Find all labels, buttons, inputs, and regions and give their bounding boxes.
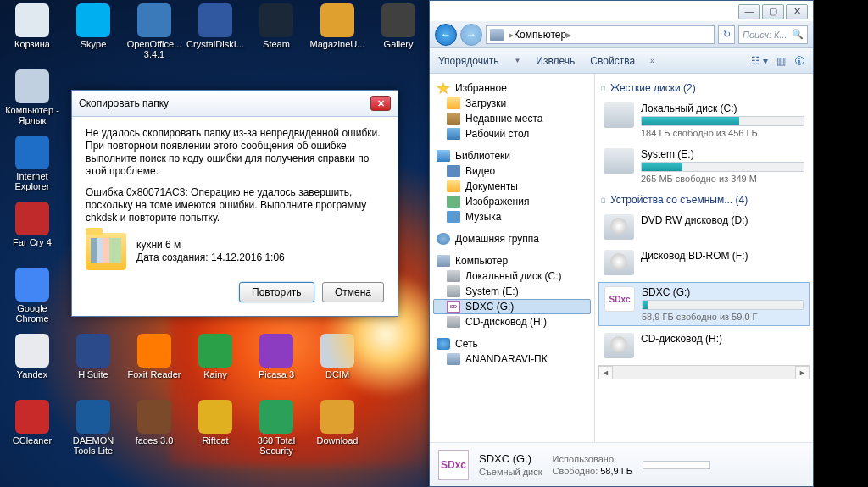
minimize-button[interactable]: —	[738, 4, 760, 19]
drive-e[interactable]: System (E:) 265 МБ свободно из 349 М	[598, 145, 810, 187]
help-icon[interactable]: 🛈	[794, 55, 804, 67]
bd-icon	[604, 250, 634, 275]
copy-folder-dialog: Скопировать папку ✕ Не удалось скопирова…	[71, 90, 398, 317]
close-icon[interactable]: ✕	[370, 96, 391, 111]
desktop-icon-ccleaner[interactable]: CCleaner	[3, 400, 61, 445]
explorer-window: — ▢ ✕ ← → ▸ Компьютер ▸ ↻ Поиск: К... 🔍 …	[429, 0, 814, 487]
drive-g[interactable]: SDxc SDXC (G:) 58,9 ГБ свободно из 59,0 …	[598, 282, 810, 326]
folder-name: кухни 6 м	[136, 239, 285, 252]
tree-recent[interactable]: Недавние места	[433, 111, 591, 126]
search-icon: 🔍	[792, 29, 804, 40]
desktop-icon-skype[interactable]: Skype	[64, 3, 122, 49]
error-message-1: Не удалось скопировать папку из-за непре…	[86, 127, 384, 178]
removable-section-header[interactable]: Устройства со съемным... (4)	[598, 191, 810, 211]
tree-network-peer[interactable]: ANANDARAVI-ПК	[433, 351, 591, 367]
preview-pane-icon[interactable]: ▥	[776, 55, 786, 67]
desktop-icon-kainy[interactable]: Kainy	[186, 334, 244, 379]
hdd-icon	[604, 148, 634, 174]
tree-music[interactable]: Музыка	[433, 209, 591, 224]
dialog-body: Не удалось скопировать папку из-за непре…	[72, 117, 398, 316]
refresh-button[interactable]: ↻	[718, 25, 735, 44]
tree-drive-e[interactable]: System (E:)	[433, 284, 591, 299]
toolbar: Упорядочить▼ Извлечь Свойства » ☷ ▾ ▥ 🛈	[430, 48, 813, 74]
view-options-icon[interactable]: ☷ ▾	[751, 55, 768, 67]
tree-network[interactable]: Сеть	[433, 336, 591, 351]
tree-drive-h[interactable]: CD-дисковод (H:)	[433, 314, 591, 329]
drive-d[interactable]: DVD RW дисковод (D:)	[598, 211, 810, 243]
tree-homegroup[interactable]: Домашняя группа	[433, 231, 591, 246]
drive-h[interactable]: CD-дисковод (H:)	[598, 329, 810, 362]
extract-button[interactable]: Извлечь	[536, 55, 575, 67]
desktop-icon-dcim[interactable]: DCIM	[309, 334, 366, 379]
desktop-icon-steam[interactable]: Steam	[248, 3, 305, 49]
sdxc-icon: SDxc	[604, 286, 635, 312]
folder-icon	[86, 233, 126, 270]
retry-button[interactable]: Повторить	[239, 282, 314, 302]
sdxc-icon: SDxc	[438, 450, 469, 480]
usage-bar	[643, 461, 710, 469]
desktop-icon-magazineu-[interactable]: MagazineU...	[309, 3, 366, 49]
desktop-icon-yandex[interactable]: Yandex	[3, 334, 61, 379]
details-type: Съемный диск	[479, 467, 542, 477]
desktop-icon-foxit-reader[interactable]: Foxit Reader	[125, 334, 183, 379]
desktop-icon-far-cry-4[interactable]: Far Cry 4	[3, 202, 61, 247]
details-name: SDXC (G:)	[479, 452, 542, 465]
dvd-icon	[604, 214, 634, 240]
tree-documents[interactable]: Документы	[433, 179, 591, 194]
tree-favorites[interactable]: Избранное	[433, 80, 591, 96]
tree-computer[interactable]: Компьютер	[433, 253, 591, 268]
nav-forward-button[interactable]: →	[460, 24, 482, 46]
navigation-tree[interactable]: Избранное Загрузки Недавние места Рабочи…	[430, 74, 595, 442]
navbar: ← → ▸ Компьютер ▸ ↻ Поиск: К... 🔍	[430, 21, 813, 48]
hdd-icon	[604, 102, 634, 128]
drive-c[interactable]: Локальный диск (C:) 184 ГБ свободно из 4…	[598, 99, 810, 141]
desktop-icon-riftcat[interactable]: Riftcat	[186, 400, 244, 445]
folder-date: Дата создания: 14.12.2016 1:06	[136, 252, 285, 264]
tree-videos[interactable]: Видео	[433, 163, 591, 179]
tree-images[interactable]: Изображения	[433, 194, 591, 209]
tree-desktop[interactable]: Рабочий стол	[433, 126, 591, 141]
desktop-icon-download[interactable]: Download	[309, 400, 366, 445]
error-message-2: Ошибка 0x80071AC3: Операцию не удалось з…	[86, 186, 384, 224]
computer-icon	[490, 29, 504, 41]
close-button[interactable]: ✕	[786, 4, 808, 19]
desktop-icon-crystaldiski-[interactable]: CrystalDiskI...	[186, 3, 244, 49]
search-input[interactable]: Поиск: К... 🔍	[738, 25, 808, 44]
desktop-icon-openoffice-3-4-1[interactable]: OpenOffice... 3.4.1	[125, 3, 183, 59]
details-pane: SDxc SDXC (G:) Съемный диск Использовано…	[430, 442, 813, 486]
dialog-titlebar[interactable]: Скопировать папку ✕	[72, 91, 398, 117]
nav-back-button[interactable]: ←	[435, 24, 457, 46]
breadcrumb-text: Компьютер	[514, 29, 566, 41]
desktop-icon-google-chrome[interactable]: Google Chrome	[3, 268, 61, 324]
desktop-icon-faces-3-0[interactable]: faces 3.0	[125, 400, 183, 445]
hdd-section-header[interactable]: Жесткие диски (2)	[598, 79, 810, 99]
tree-drive-g[interactable]: SDSDXC (G:)	[433, 299, 591, 314]
organize-menu[interactable]: Упорядочить	[438, 55, 498, 67]
desktop-icon-360-total-security[interactable]: 360 Total Security	[248, 400, 305, 456]
properties-button[interactable]: Свойства	[590, 55, 635, 67]
desktop-icon-daemon-tools-lite[interactable]: DAEMON Tools Lite	[64, 400, 122, 456]
desktop-icon-hisuite[interactable]: HiSuite	[64, 334, 122, 379]
desktop-icon-компьютер-ярлык[interactable]: Компьютер - Ярлык	[3, 69, 61, 125]
search-placeholder: Поиск: К...	[743, 30, 787, 40]
desktop-icon-gallery[interactable]: Gallery	[370, 3, 427, 49]
cd-icon	[604, 333, 634, 358]
tree-drive-c[interactable]: Локальный диск (C:)	[433, 268, 591, 284]
desktop-icon-picasa-3[interactable]: Picasa 3	[248, 334, 305, 379]
cancel-button[interactable]: Отмена	[322, 282, 384, 302]
maximize-button[interactable]: ▢	[762, 4, 784, 19]
breadcrumb[interactable]: ▸ Компьютер ▸	[486, 25, 715, 44]
horizontal-scrollbar[interactable]: ◄►	[598, 365, 810, 379]
drive-f[interactable]: Дисковод BD-ROM (F:)	[598, 246, 810, 279]
dialog-title-text: Скопировать папку	[79, 97, 169, 109]
desktop-icon-internet-explorer[interactable]: Internet Explorer	[3, 136, 61, 191]
tree-downloads[interactable]: Загрузки	[433, 96, 591, 111]
desktop-icon-корзина[interactable]: Корзина	[3, 3, 61, 49]
drive-list: Жесткие диски (2) Локальный диск (C:) 18…	[595, 74, 813, 442]
tree-libraries[interactable]: Библиотеки	[433, 148, 591, 163]
